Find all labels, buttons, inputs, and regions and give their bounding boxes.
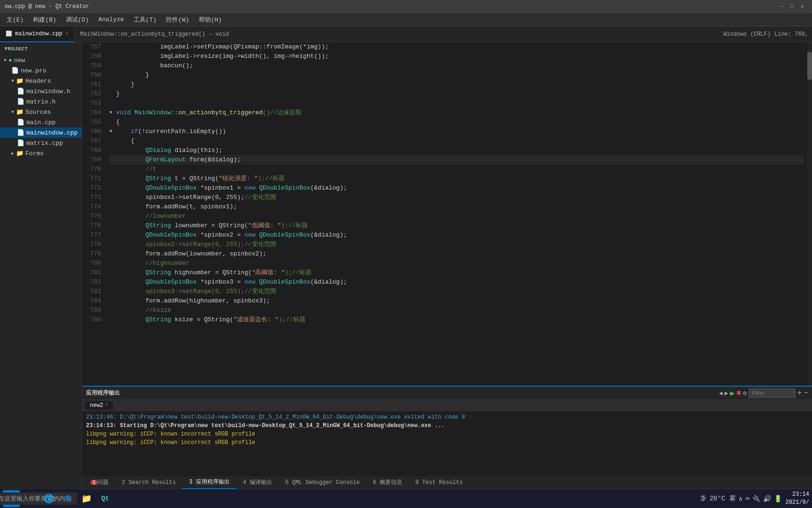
output-line: 23:14:13: Starting D:\Qt\Program\new tes… [86,421,808,430]
sidebar-item-new[interactable]: ▼ ● new [0,56,82,65]
code-token: form.addRow(highnumber, spinbox3); [145,296,270,306]
maximize-button[interactable]: □ [790,3,797,10]
code-content[interactable]: imgLabel->setPixmap(QPixmap::fromImage(*… [106,42,807,386]
code-token: "高阈值: " [252,268,285,278]
sidebar-item-forms[interactable]: ▶ 📁 Forms [0,148,82,159]
panel-tab-1[interactable]: 2 Search Results [115,476,182,489]
panel-settings-btn[interactable]: ⚙ [743,389,747,397]
indent [116,287,145,296]
taskbar-folder[interactable]: 📁 [78,490,95,507]
output-tab-new2[interactable]: new2 × [85,401,113,410]
code-token: *spinbox2 = [200,230,244,240]
fold-arrow-icon [109,42,114,52]
fold-arrow-icon [109,278,114,287]
fold-arrow-icon[interactable]: ▼ [109,108,114,118]
code-token: *spinbox3 = [200,278,244,287]
menu-tools[interactable]: 工具(T) [129,14,161,26]
panel-stop-btn[interactable]: ■ [736,389,741,397]
code-line: { [109,118,804,127]
indent [116,296,145,306]
tab-breadcrumb: MainWindow::on_actionbytq_triggered() → … [80,31,229,38]
code-line: QDoubleSpinBox *spinbox3 = new QDoubleSp… [109,278,804,287]
fold-arrow-icon [109,287,114,296]
code-token: { [131,136,134,146]
fold-arrow-icon [109,118,114,127]
taskbar-store[interactable]: 🛍 [59,490,76,507]
panel-tab-2[interactable]: 3 应用程序输出 [182,476,236,489]
fold-arrow-icon [109,212,114,221]
panel-tab-6[interactable]: 8 Test Results [409,476,469,489]
panel-tab-3[interactable]: 4 编译输出 [236,476,279,489]
panel-run-btn[interactable]: ▶ [730,389,735,398]
indent [116,174,145,183]
code-token: //t [145,165,156,174]
code-token: highnumber = QString( [175,268,252,278]
code-line: ▼ if(!currentPath.isEmpty()) [109,127,804,136]
output-tab-close[interactable]: × [105,403,108,408]
line-number: 776 [87,221,101,230]
code-line: //ksize [109,306,804,315]
panel-tab-4[interactable]: 5 QML Debugger Console [279,476,366,489]
cpp-file-icon: ⬜ [6,31,12,37]
editor-area: 7577587597607617627637647657667677687697… [82,42,812,489]
tab-close-button[interactable]: × [65,31,69,37]
panel-nav-left[interactable]: ◀ [719,389,723,397]
menu-analyze[interactable]: Analyze [94,14,129,25]
sidebar-item-sources[interactable]: ▼ 📁 Sources [0,107,82,117]
line-info: Line: 769, [774,31,808,38]
line-number: 757 [87,42,101,52]
scrollbar-thumb[interactable] [807,52,812,80]
indent [116,259,145,268]
taskbar-edge[interactable]: 🌐 [40,490,57,507]
panel-tab-5[interactable]: 6 概要信息 [366,476,408,489]
fold-arrow-icon[interactable]: ▼ [109,127,114,136]
tab-mainwindow-cpp[interactable]: ⬜ mainwindow.cpp × [0,26,74,42]
menu-debug[interactable]: 调试(D) [61,14,94,26]
close-button[interactable]: ✕ [801,3,807,10]
fold-arrow-icon [109,136,114,146]
minimize-button[interactable]: — [780,3,787,10]
code-token: );//标题 [279,315,305,325]
taskbar-clock[interactable]: 23:14 2021/9/ [786,491,809,507]
indent [116,315,145,325]
sidebar-item-mainwindowcpp[interactable]: 📄 mainwindow.cpp [0,127,82,138]
code-line: baocun(); [109,61,804,71]
sidebar-item-matrixcpp[interactable]: 📄 matrix.cpp [0,138,82,148]
menu-file[interactable]: 文(E) [2,14,28,26]
code-token: QString [145,174,174,183]
fold-arrow-icon [109,146,114,155]
sidebar-item-matrixh[interactable]: 📄 matrix.h [0,96,82,107]
fold-arrow-icon [109,202,114,212]
tab-label: mainwindow.cpp [15,31,62,37]
filter-input[interactable] [749,389,796,398]
menu-help[interactable]: 帮助(H) [194,14,226,26]
sidebar-item-mainwindowh[interactable]: 📄 mainwindow.h [0,86,82,96]
menu-build[interactable]: 构建(B) [28,14,61,26]
panel-nav-right[interactable]: ▶ [725,389,728,397]
code-token: } [131,80,134,89]
code-token: );//标题 [285,268,312,278]
code-editor[interactable]: 7577587597607617627637647657667677687697… [82,42,812,386]
panel-tab-0[interactable]: 1 问题 [82,476,115,489]
code-line: } [109,80,804,89]
main-area: Project ▼ ● new 📄 new.pro ▼ 📁 Headers 📄 … [0,42,812,489]
panel-add-btn[interactable]: + [797,389,802,397]
sidebar-item-label: mainwindow.cpp [26,129,78,136]
code-token: );//标题 [258,174,285,183]
panel-content[interactable]: 23:13:46: D:\Qt\Program\new test\build-n… [82,411,812,476]
chevron-up-icon[interactable]: ∧ [739,495,742,503]
code-token: (&dialog); [311,278,347,287]
sidebar-item-headers[interactable]: ▼ 📁 Headers [0,76,82,86]
code-line: imgLabel->resize(img->width(), img->heig… [109,52,804,61]
sidebar-item-label: main.cpp [26,119,55,126]
code-line: QDoubleSpinBox *spinbox2 = new QDoubleSp… [109,230,804,240]
sidebar-item-newpro[interactable]: 📄 new.pro [0,65,82,76]
fold-arrow-icon [109,165,114,174]
vertical-scrollbar[interactable] [807,42,812,386]
sidebar-item-maincpp[interactable]: 📄 main.cpp [0,117,82,127]
menu-controls[interactable]: 控件(W) [161,14,194,26]
panel-remove-btn[interactable]: − [804,389,808,397]
line-number: 774 [87,202,101,212]
taskbar-search[interactable]: 🔍 在这里输入你要搜索的内容 [22,490,39,507]
taskbar-qt[interactable]: Qt [97,490,114,507]
